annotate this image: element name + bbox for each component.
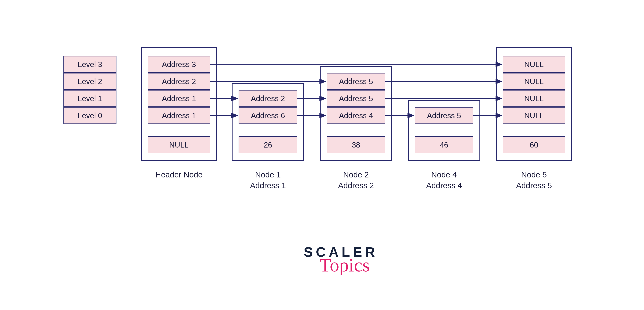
node2-caption: Node 2 Address 2 xyxy=(318,170,394,191)
level-cell: Level 2 xyxy=(64,73,116,90)
header-cell: Address 3 xyxy=(148,56,210,73)
node2-caption-line2: Address 2 xyxy=(338,181,374,190)
node5-caption: Node 5 Address 5 xyxy=(496,170,572,191)
node4-value-cell: 46 xyxy=(415,136,474,154)
header-cell: Address 1 xyxy=(148,107,210,124)
node1-value-cell: 26 xyxy=(238,136,297,154)
diagram-canvas: Level 3 Level 2 Level 1 Level 0 Address … xyxy=(0,0,644,310)
node4-caption-line2: Address 4 xyxy=(426,181,462,190)
level-cell: Level 0 xyxy=(64,107,116,124)
node1-caption-line1: Node 1 xyxy=(255,170,281,179)
node5-caption-line2: Address 5 xyxy=(516,181,552,190)
node4-caption-line1: Node 4 xyxy=(431,170,457,179)
node2-cell: Address 5 xyxy=(327,90,385,107)
node1-caption: Node 1 Address 1 xyxy=(230,170,306,191)
node1-caption-line2: Address 1 xyxy=(250,181,286,190)
node2-caption-line1: Node 2 xyxy=(343,170,369,179)
node2-cell: Address 5 xyxy=(327,73,385,90)
node2-value-cell: 38 xyxy=(327,136,385,154)
header-cell: Address 2 xyxy=(148,73,210,90)
node1-cell: Address 2 xyxy=(238,90,297,107)
node4-cell: Address 5 xyxy=(415,107,474,124)
header-cell: Address 1 xyxy=(148,90,210,107)
scaler-topics-logo: SCALER Topics xyxy=(292,244,390,276)
node5-cell: NULL xyxy=(503,56,565,73)
node4-caption: Node 4 Address 4 xyxy=(406,170,482,191)
node5-caption-line1: Node 5 xyxy=(521,170,547,179)
node5-value-cell: 60 xyxy=(503,136,565,154)
node5-cell: NULL xyxy=(503,73,565,90)
header-caption: Header Node xyxy=(141,170,217,180)
node5-cell: NULL xyxy=(503,90,565,107)
level-cell: Level 3 xyxy=(64,56,116,73)
header-value-cell: NULL xyxy=(148,136,210,154)
node2-cell: Address 4 xyxy=(327,107,385,124)
level-cell: Level 1 xyxy=(64,90,116,107)
node5-cell: NULL xyxy=(503,107,565,124)
node1-cell: Address 6 xyxy=(238,107,297,124)
